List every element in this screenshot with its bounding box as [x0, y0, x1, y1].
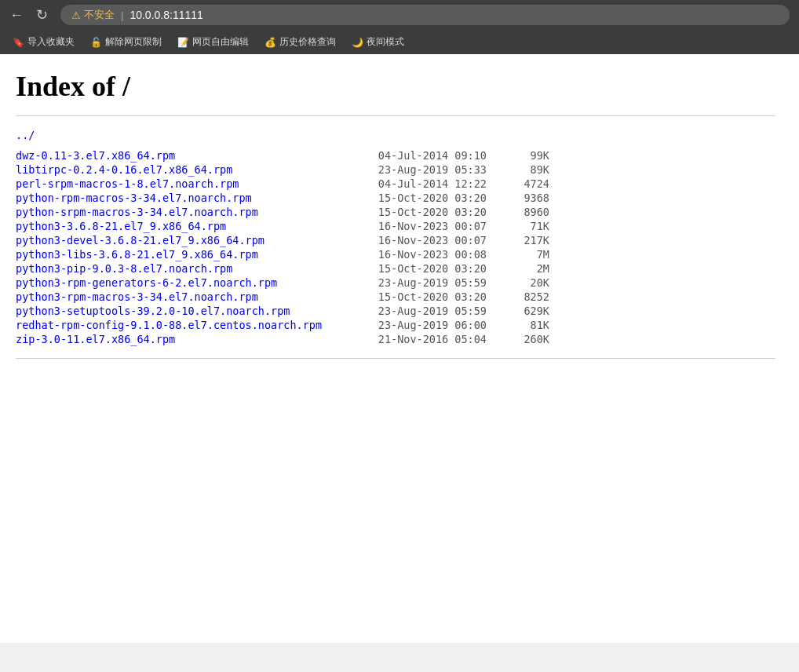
file-listing: ../ dwz-0.11-3.el7.x86_64.rpm04-Jul-2014…	[16, 129, 775, 345]
browser-chrome: ← ↻ ⚠ 不安全 | 10.0.0.8:11111 🔖 导入收藏夹 🔓 解除网…	[0, 0, 799, 54]
table-row: python3-pip-9.0.3-8.el7.noarch.rpm15-Oct…	[16, 262, 775, 275]
address-text[interactable]: 10.0.0.8:11111	[130, 9, 202, 21]
file-date: 23-Aug-2019 05:33	[361, 163, 502, 176]
table-row: python-srpm-macros-3-34.el7.noarch.rpm15…	[16, 206, 775, 218]
table-row: redhat-rpm-config-9.1.0-88.el7.centos.no…	[16, 319, 775, 331]
bookmark-unlock[interactable]: 🔓 解除网页限制	[84, 33, 168, 51]
file-size: 217K	[502, 234, 549, 247]
file-size: 89K	[502, 163, 549, 176]
bottom-divider	[16, 358, 775, 359]
file-rows-container: dwz-0.11-3.el7.x86_64.rpm04-Jul-2014 09:…	[16, 149, 775, 345]
table-row: python3-rpm-generators-6-2.el7.noarch.rp…	[16, 276, 775, 289]
file-link[interactable]: python3-pip-9.0.3-8.el7.noarch.rpm	[16, 262, 361, 275]
address-separator: |	[121, 9, 123, 21]
file-size: 8252	[502, 290, 549, 303]
file-date: 16-Nov-2023 00:08	[361, 248, 502, 261]
table-row: python3-3.6.8-21.el7_9.x86_64.rpm16-Nov-…	[16, 220, 775, 232]
file-size: 2M	[502, 262, 549, 275]
bookmark-unlock-icon: 🔓	[90, 37, 102, 48]
table-row: python3-setuptools-39.2.0-10.el7.noarch.…	[16, 305, 775, 317]
file-date: 16-Nov-2023 00:07	[361, 220, 502, 232]
table-row: dwz-0.11-3.el7.x86_64.rpm04-Jul-2014 09:…	[16, 149, 775, 162]
bookmark-price[interactable]: 💰 历史价格查询	[258, 33, 342, 51]
file-date: 16-Nov-2023 00:07	[361, 234, 502, 247]
address-bar: ← ↻ ⚠ 不安全 | 10.0.0.8:11111	[0, 0, 799, 30]
file-date: 15-Oct-2020 03:20	[361, 206, 502, 218]
file-date: 23-Aug-2019 05:59	[361, 276, 502, 289]
security-label: 不安全	[84, 8, 115, 22]
file-link[interactable]: zip-3.0-11.el7.x86_64.rpm	[16, 333, 361, 345]
bookmark-import-label: 导入收藏夹	[27, 35, 75, 49]
file-size: 71K	[502, 220, 549, 232]
page-content: Index of / ../ dwz-0.11-3.el7.x86_64.rpm…	[0, 54, 799, 643]
table-row: python-rpm-macros-3-34.el7.noarch.rpm15-…	[16, 192, 775, 204]
bookmark-night-icon: 🌙	[352, 37, 363, 48]
file-link[interactable]: python3-rpm-generators-6-2.el7.noarch.rp…	[16, 276, 361, 289]
file-size: 260K	[502, 333, 549, 345]
file-size: 81K	[502, 319, 549, 331]
warning-icon: ⚠	[71, 9, 81, 21]
bookmark-import[interactable]: 🔖 导入收藏夹	[6, 33, 81, 51]
page-title: Index of /	[16, 70, 775, 103]
file-date: 15-Oct-2020 03:20	[361, 290, 502, 303]
file-link[interactable]: redhat-rpm-config-9.1.0-88.el7.centos.no…	[16, 319, 361, 331]
top-divider	[16, 115, 775, 116]
bookmark-unlock-label: 解除网页限制	[105, 35, 162, 49]
file-size: 629K	[502, 305, 549, 317]
file-size: 7M	[502, 248, 549, 261]
bookmark-night-label: 夜间模式	[367, 35, 404, 49]
file-date: 23-Aug-2019 05:59	[361, 305, 502, 317]
file-link[interactable]: dwz-0.11-3.el7.x86_64.rpm	[16, 149, 361, 162]
file-size: 8960	[502, 206, 549, 218]
parent-directory-link[interactable]: ../	[16, 129, 361, 141]
bookmark-edit-label: 网页自由编辑	[192, 35, 249, 49]
bookmark-import-icon: 🔖	[13, 37, 24, 48]
security-warning: ⚠ 不安全	[71, 8, 115, 22]
file-date: 23-Aug-2019 06:00	[361, 319, 502, 331]
bookmark-edit[interactable]: 📝 网页自由编辑	[171, 33, 255, 51]
address-input-wrap: ⚠ 不安全 | 10.0.0.8:11111	[60, 5, 790, 25]
bookmark-price-label: 历史价格查询	[279, 35, 336, 49]
file-link[interactable]: python3-devel-3.6.8-21.el7_9.x86_64.rpm	[16, 234, 361, 247]
file-link[interactable]: python3-rpm-macros-3-34.el7.noarch.rpm	[16, 290, 361, 303]
file-link[interactable]: libtirpc-0.2.4-0.16.el7.x86_64.rpm	[16, 163, 361, 176]
bookmark-night[interactable]: 🌙 夜间模式	[345, 33, 410, 51]
file-size: 9368	[502, 192, 549, 204]
file-link[interactable]: python-srpm-macros-3-34.el7.noarch.rpm	[16, 206, 361, 218]
file-date: 21-Nov-2016 05:04	[361, 333, 502, 345]
bookmarks-bar: 🔖 导入收藏夹 🔓 解除网页限制 📝 网页自由编辑 💰 历史价格查询 🌙 夜间模…	[0, 30, 799, 54]
refresh-button[interactable]: ↻	[36, 8, 48, 22]
table-row: perl-srpm-macros-1-8.el7.noarch.rpm04-Ju…	[16, 177, 775, 190]
file-size: 99K	[502, 149, 549, 162]
bookmark-edit-icon: 📝	[177, 37, 189, 48]
file-size: 20K	[502, 276, 549, 289]
back-button[interactable]: ←	[9, 8, 24, 22]
file-date: 04-Jul-2014 09:10	[361, 149, 502, 162]
file-link[interactable]: python3-3.6.8-21.el7_9.x86_64.rpm	[16, 220, 361, 232]
table-row: python3-rpm-macros-3-34.el7.noarch.rpm15…	[16, 290, 775, 303]
bookmark-price-icon: 💰	[265, 37, 276, 48]
file-date: 15-Oct-2020 03:20	[361, 262, 502, 275]
parent-directory-row: ../	[16, 129, 775, 148]
table-row: zip-3.0-11.el7.x86_64.rpm21-Nov-2016 05:…	[16, 333, 775, 345]
table-row: libtirpc-0.2.4-0.16.el7.x86_64.rpm23-Aug…	[16, 163, 775, 176]
file-link[interactable]: python3-setuptools-39.2.0-10.el7.noarch.…	[16, 305, 361, 317]
file-link[interactable]: perl-srpm-macros-1-8.el7.noarch.rpm	[16, 177, 361, 190]
table-row: python3-libs-3.6.8-21.el7_9.x86_64.rpm16…	[16, 248, 775, 261]
file-link[interactable]: python-rpm-macros-3-34.el7.noarch.rpm	[16, 192, 361, 204]
file-link[interactable]: python3-libs-3.6.8-21.el7_9.x86_64.rpm	[16, 248, 361, 261]
table-row: python3-devel-3.6.8-21.el7_9.x86_64.rpm1…	[16, 234, 775, 247]
file-size: 4724	[502, 177, 549, 190]
file-date: 15-Oct-2020 03:20	[361, 192, 502, 204]
file-date: 04-Jul-2014 12:22	[361, 177, 502, 190]
